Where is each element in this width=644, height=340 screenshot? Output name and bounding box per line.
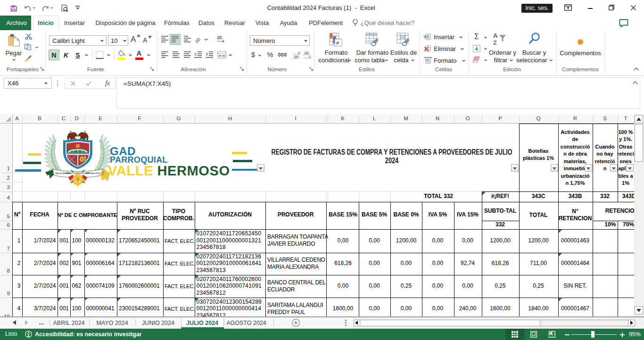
svg-text:Z: Z [493,39,497,46]
svg-text:,00: ,00 [293,55,299,59]
svg-text:≠: ≠ [336,40,339,46]
svg-text:ab: ab [217,35,223,40]
svg-text:A: A [493,32,498,39]
svg-text:ab: ab [194,36,201,43]
svg-text:→,0: →,0 [303,55,311,59]
